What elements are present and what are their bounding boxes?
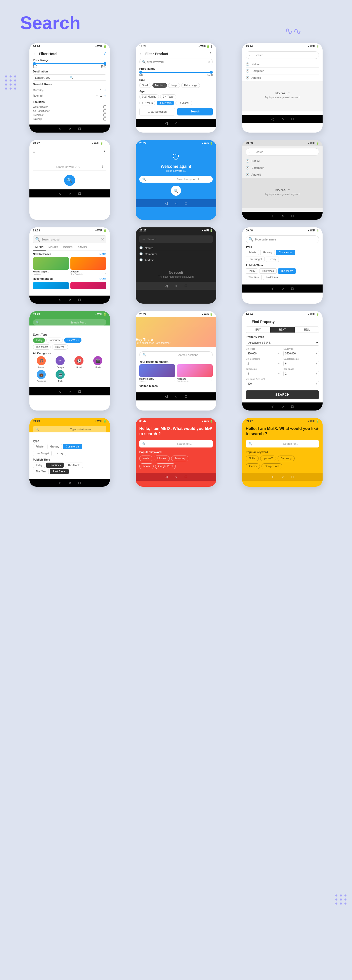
nav-home[interactable]: ○ [282,286,284,291]
chip-age3[interactable]: 5-7 Years [139,100,155,105]
more-icon[interactable]: ⋮ [102,149,106,154]
tag-this-year[interactable]: This Year [33,469,49,474]
nav-home[interactable]: ○ [282,214,284,218]
tag-low-budget[interactable]: Low Budget [246,256,265,262]
checkbox-ac[interactable] [103,110,106,113]
search-btn[interactable]: Search [177,108,213,115]
destination-input[interactable]: London, UK 🔍 [33,75,106,81]
more-icon[interactable]: ⋮ [315,319,319,324]
nav-recents[interactable]: □ [78,191,81,196]
nav-home[interactable]: ○ [282,475,284,479]
room-plus[interactable]: + [104,94,106,98]
tab-sell[interactable]: SELL [295,327,319,332]
nav-back[interactable]: ◁ [165,121,168,125]
rec-card-2[interactable] [70,282,106,290]
checkbox-breakfast[interactable] [103,113,106,116]
nav-recents[interactable]: □ [78,127,81,130]
search-input[interactable] [254,54,316,57]
nav-back[interactable]: ◁ [59,191,61,196]
search-input[interactable] [254,150,316,153]
tag-commercial[interactable]: Commercial [276,250,295,255]
rec-card-2[interactable]: Aliquam One Republic⋮ [177,364,213,382]
price-slider[interactable] [139,72,213,73]
close-icon[interactable]: ✕ [316,426,319,430]
land-size-input[interactable]: 400 ▾ [246,381,319,387]
nav-back[interactable]: ◁ [271,214,274,218]
back-arrow[interactable]: ← [139,52,143,56]
tag-this-week[interactable]: This Week [259,268,277,274]
chip-xiaomi[interactable]: Xiaomi [246,463,260,469]
nav-recents[interactable]: □ [185,475,187,479]
tag-private[interactable]: Private [246,250,259,255]
nav-back[interactable]: ◁ [59,481,61,485]
min-price-input[interactable]: $50,000 ▾ [246,351,281,356]
clear-icon[interactable]: ✕ [101,237,104,242]
chip-tomorrow[interactable]: Tomorrow [46,337,63,343]
chip-this-year[interactable]: This Year [52,344,68,350]
recent-nature[interactable]: 🕐 Nature [246,158,319,164]
nav-back[interactable]: ◁ [165,395,168,398]
nav-home[interactable]: ○ [69,390,71,393]
nav-back[interactable]: ◁ [59,127,61,130]
search-input[interactable] [147,238,210,241]
min-bedrooms-input[interactable]: 2 ▾ [246,361,281,366]
rec-card-1[interactable] [33,282,69,290]
nav-back[interactable]: ◁ [271,475,274,479]
mic-icon[interactable]: 🎙 [101,165,104,169]
chip-age4[interactable]: 8-13 Years [157,100,174,105]
recent-android[interactable]: 🕐 Android [246,171,319,178]
more-link-2[interactable]: MORE [100,277,106,280]
tag-luxury[interactable]: Luxury [53,451,66,456]
search-bar[interactable]: 🔍 Type outlet name [33,426,106,433]
back-arrow[interactable]: ← [248,53,252,57]
media-card-2[interactable]: Aliquam One Republic⋮ [70,257,106,275]
search-bar[interactable]: 🔍 Search For... [33,319,106,326]
tag-today[interactable]: Today [246,268,258,274]
nav-back[interactable]: ◁ [165,475,168,479]
back-arrow[interactable]: ← [248,150,252,154]
tag-past-5[interactable]: Past 5 Year [263,275,281,280]
tag-this-week[interactable]: This Week [46,463,63,468]
nav-home[interactable]: ○ [175,121,177,125]
rec-card-1[interactable]: Mauris sagitt... Kodaline⋮ [139,364,175,382]
tab-rent[interactable]: RENT [270,327,295,332]
more-icon[interactable]: ⋮ [209,51,213,56]
search-button[interactable]: 🔍 [171,186,181,196]
search-input[interactable] [41,238,101,241]
cat-movie[interactable]: 🎬 Movie [89,356,106,369]
nav-back[interactable]: ◁ [59,390,61,393]
chip-google[interactable]: Google Pixel [155,463,176,469]
property-type-select[interactable]: Appartement & Unit [246,340,319,345]
checkbox-balcony[interactable] [103,118,106,121]
chip-age1[interactable]: 0-24 Months [139,94,159,99]
guest-minus[interactable]: − [95,88,98,92]
nav-recents[interactable]: □ [185,395,187,398]
more-link[interactable]: MORE [100,253,106,255]
nav-recents[interactable]: □ [185,284,187,288]
tag-private[interactable]: Private [33,444,46,449]
chip-nokia[interactable]: Nokia [246,455,259,461]
nav-back[interactable]: ◁ [59,298,61,302]
tag-this-month[interactable]: This Month [278,268,296,274]
recent-android[interactable]: 🕐 Android [139,257,213,263]
recent-android[interactable]: 🕐 Android [246,75,319,81]
search-bar[interactable]: ← [246,148,319,156]
chip-this-week[interactable]: This Week [64,337,81,343]
nav-home[interactable]: ○ [69,298,71,302]
search-bar[interactable]: ← [246,51,319,59]
nav-home[interactable]: ○ [175,475,177,479]
nav-recents[interactable]: □ [292,404,293,409]
nav-recents[interactable]: □ [292,117,293,121]
price-slider[interactable] [33,63,106,64]
tag-luxury[interactable]: Luxury [266,256,279,262]
nav-home[interactable]: ○ [282,117,284,121]
location-search[interactable]: 🔍 Search Locations [139,352,213,358]
tab-music[interactable]: MUSIC [33,245,46,251]
media-card-1[interactable]: Mauris sagitt... Kodaline⋮ [33,257,69,275]
chip-age5[interactable]: 14 years+ [176,100,192,105]
tab-games[interactable]: GAMES [75,245,89,250]
nav-recents[interactable]: □ [78,390,81,393]
max-price-input[interactable]: $400,000 ▾ [283,351,319,356]
nav-recents[interactable]: □ [292,214,293,218]
outlet-input[interactable] [255,238,316,241]
